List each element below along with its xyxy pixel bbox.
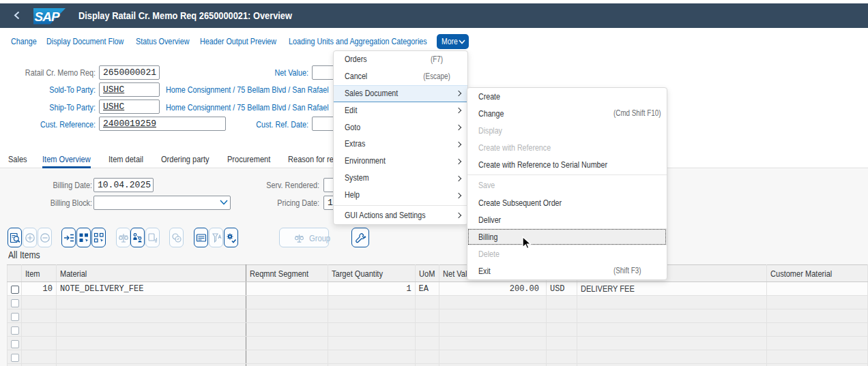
svg-text:SAP: SAP <box>35 10 60 24</box>
